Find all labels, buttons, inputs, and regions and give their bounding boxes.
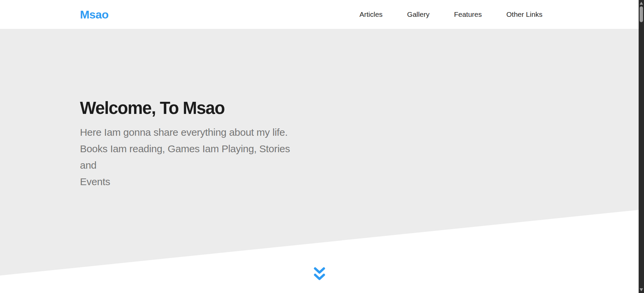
hero-subtitle-line: Books Iam reading, Games Iam Playing, St…: [80, 140, 295, 173]
header: Msao Articles Gallery Features Other Lin…: [0, 0, 639, 29]
hero-subtitle-line: Events: [80, 173, 295, 190]
hero-title: Welcome, To Msao: [80, 99, 224, 118]
hero-subtitle-line: Here Iam gonna share everything about my…: [80, 124, 295, 140]
nav-item-other-links[interactable]: Other Links: [506, 10, 542, 18]
scrollbar[interactable]: [639, 0, 644, 293]
page: Msao Articles Gallery Features Other Lin…: [0, 0, 644, 293]
double-chevron-down-icon: [313, 267, 326, 282]
scroll-down-button[interactable]: [313, 266, 326, 282]
nav-item-gallery[interactable]: Gallery: [407, 10, 430, 18]
brand-logo[interactable]: Msao: [80, 0, 109, 29]
main-nav: Articles Gallery Features Other Links: [359, 0, 543, 29]
nav-item-articles[interactable]: Articles: [359, 10, 383, 18]
arrow-down-icon[interactable]: [640, 288, 643, 291]
nav-item-features[interactable]: Features: [454, 10, 482, 18]
hero-section: Welcome, To Msao Here Iam gonna share ev…: [0, 29, 644, 276]
scrollbar-thumb[interactable]: [640, 6, 643, 22]
arrow-up-icon[interactable]: [640, 2, 643, 5]
hero-subtitle: Here Iam gonna share everything about my…: [80, 124, 295, 190]
